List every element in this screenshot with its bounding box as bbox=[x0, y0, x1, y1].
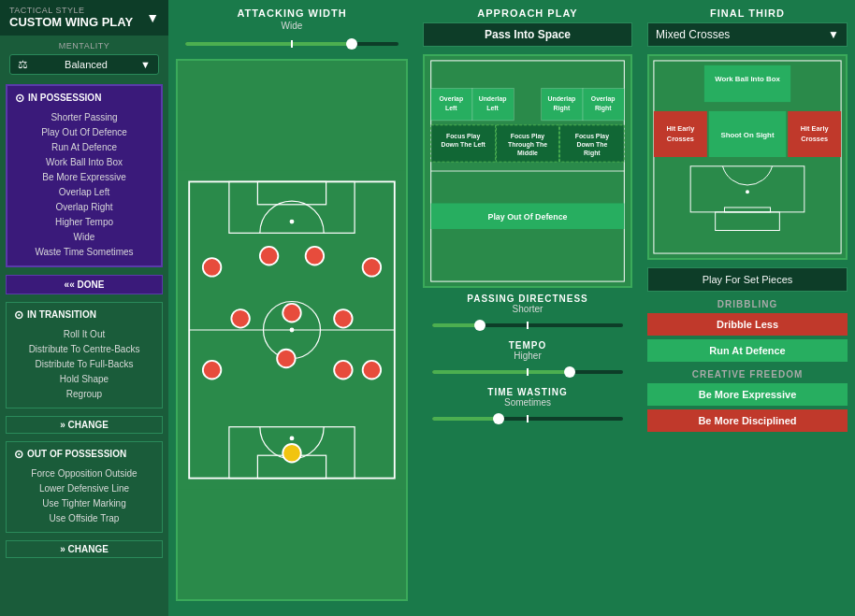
in-possession-section: ⊙ IN POSSESSION Shorter Passing Play Out… bbox=[6, 84, 163, 267]
svg-point-10 bbox=[290, 436, 295, 440]
tempo-track[interactable] bbox=[432, 370, 623, 374]
time-wasting-value: Sometimes bbox=[423, 397, 632, 408]
possession-change-button[interactable]: » CHANGE bbox=[6, 540, 163, 558]
svg-point-22 bbox=[283, 444, 301, 463]
svg-text:Underlap: Underlap bbox=[548, 95, 576, 103]
oop-offside-trap: Use Offside Trap bbox=[14, 511, 154, 526]
mentality-label: MENTALITY bbox=[9, 41, 159, 50]
it-regroup: Regroup bbox=[14, 387, 154, 402]
passing-directness-value: Shorter bbox=[423, 304, 632, 314]
tactical-style-header: TACTICAL STYLE CUSTOM WING PLAY ▼ bbox=[0, 0, 168, 36]
tactical-style-label: TACTICAL STYLE bbox=[9, 6, 133, 15]
it-hold-shape: Hold Shape bbox=[14, 372, 154, 387]
svg-point-11 bbox=[203, 258, 222, 277]
approach-play-select[interactable]: Pass Into Space bbox=[423, 22, 632, 47]
tempo-thumb[interactable] bbox=[564, 366, 575, 378]
oop-tighter-marking: Use Tighter Marking bbox=[14, 496, 154, 511]
svg-point-21 bbox=[363, 361, 382, 380]
tempo-fill bbox=[432, 370, 570, 374]
transition-change-button[interactable]: » CHANGE bbox=[6, 416, 163, 434]
middle-section: ATTACKING WIDTH Wide bbox=[168, 0, 415, 616]
ip-shorter-passing: Shorter Passing bbox=[15, 110, 153, 125]
time-wasting-slider-container bbox=[423, 411, 632, 426]
out-of-possession-title: ⊙ OUT OF POSSESSION bbox=[14, 448, 154, 461]
creative-freedom-header: CREATIVE FREEDOM bbox=[647, 369, 848, 380]
svg-text:Left: Left bbox=[486, 105, 499, 111]
pitch-svg bbox=[178, 61, 406, 599]
svg-text:Focus Play: Focus Play bbox=[511, 133, 544, 140]
ip-be-more-expressive: Be More Expressive bbox=[15, 170, 153, 185]
attacking-width-header: ATTACKING WIDTH bbox=[176, 7, 408, 19]
svg-point-18 bbox=[203, 361, 222, 380]
passing-directness-thumb[interactable] bbox=[474, 320, 485, 331]
time-wasting-track[interactable] bbox=[432, 417, 623, 421]
time-wasting-thumb[interactable] bbox=[493, 413, 504, 424]
done-button[interactable]: «« DONE bbox=[6, 275, 163, 294]
svg-text:Underlap: Underlap bbox=[479, 95, 507, 103]
svg-text:Down The: Down The bbox=[576, 141, 607, 148]
mentality-value: Balanced bbox=[65, 59, 108, 70]
approach-diagram-svg: Overlap Left Underlap Left Underlap Righ… bbox=[425, 56, 630, 286]
out-of-possession-section: ⊙ OUT OF POSSESSION Force Opposition Out… bbox=[6, 441, 163, 533]
sidebar: TACTICAL STYLE CUSTOM WING PLAY ▼ MENTAL… bbox=[0, 0, 168, 616]
svg-point-14 bbox=[363, 258, 382, 277]
attacking-width-fill bbox=[185, 42, 352, 46]
ip-waste-time: Waste Time Sometimes bbox=[15, 245, 153, 260]
tactical-style-dropdown[interactable]: ▼ bbox=[146, 10, 159, 25]
it-full-backs: Distribute To Full-Backs bbox=[14, 357, 154, 372]
svg-text:Right: Right bbox=[554, 105, 571, 112]
approach-play-header: APPROACH PLAY bbox=[423, 7, 632, 19]
svg-text:Shoot On Sight: Shoot On Sight bbox=[720, 131, 774, 139]
tempo-slider-container bbox=[423, 365, 632, 380]
passing-directness-slider-container bbox=[423, 318, 632, 333]
play-for-set-pieces: Play For Set Pieces bbox=[647, 267, 848, 292]
out-of-possession-icon: ⊙ bbox=[14, 448, 23, 461]
tw-tick-mid bbox=[527, 415, 529, 423]
change-arrows: » bbox=[60, 420, 67, 430]
oop-lower-line: Lower Defensive Line bbox=[14, 481, 154, 496]
mentality-select[interactable]: ⚖ Balanced ▼ bbox=[9, 54, 159, 75]
pd-tick-mid bbox=[527, 322, 529, 329]
dribble-less-button[interactable]: Dribble Less bbox=[647, 313, 848, 336]
svg-point-9 bbox=[290, 220, 295, 224]
ip-wide: Wide bbox=[15, 230, 153, 245]
svg-text:Overlap: Overlap bbox=[591, 95, 616, 103]
final-third-svg: Work Ball Into Box Hit Early Crosses Sho… bbox=[649, 56, 846, 258]
dribbling-header: DRIBBLING bbox=[647, 299, 848, 309]
svg-text:Down The Left: Down The Left bbox=[441, 141, 485, 148]
svg-point-19 bbox=[277, 350, 296, 368]
svg-point-17 bbox=[334, 309, 353, 328]
right-section: FINAL THIRD Mixed Crosses ▼ Work Ball In… bbox=[640, 0, 855, 616]
center-section: APPROACH PLAY Pass Into Space Overlap Le… bbox=[415, 0, 640, 616]
ip-higher-tempo: Higher Tempo bbox=[15, 215, 153, 230]
approach-diagram: Overlap Left Underlap Left Underlap Righ… bbox=[423, 54, 632, 288]
be-more-expressive-button[interactable]: Be More Expressive bbox=[647, 383, 848, 406]
tempo-tick-mid bbox=[527, 368, 529, 376]
passing-directness-fill bbox=[432, 323, 480, 327]
attacking-width-slider-container bbox=[176, 36, 408, 51]
ip-overlap-left: Overlap Left bbox=[15, 185, 153, 200]
svg-point-66 bbox=[746, 190, 749, 193]
ip-run-at-defence: Run At Defence bbox=[15, 140, 153, 155]
attacking-width-track[interactable] bbox=[185, 42, 399, 46]
in-possession-title: ⊙ IN POSSESSION bbox=[15, 92, 153, 105]
in-possession-icon: ⊙ bbox=[15, 92, 24, 105]
final-third-select[interactable]: Mixed Crosses ▼ bbox=[647, 22, 848, 47]
attacking-width-thumb[interactable] bbox=[346, 38, 357, 50]
svg-text:Hit Early: Hit Early bbox=[801, 124, 830, 133]
mentality-arrow: ▼ bbox=[140, 59, 151, 70]
mentality-icon: ⚖ bbox=[18, 58, 28, 71]
it-roll-out: Roll It Out bbox=[14, 327, 154, 342]
svg-text:Focus Play: Focus Play bbox=[575, 133, 609, 140]
be-more-disciplined-button[interactable]: Be More Disciplined bbox=[647, 409, 848, 432]
svg-text:Right: Right bbox=[595, 105, 612, 112]
run-at-defence-button[interactable]: Run At Defence bbox=[647, 339, 848, 362]
passing-directness-track[interactable] bbox=[432, 323, 623, 327]
svg-point-13 bbox=[306, 247, 325, 265]
svg-text:Work Ball Into Box: Work Ball Into Box bbox=[715, 75, 780, 83]
tempo-value: Higher bbox=[423, 351, 632, 361]
svg-point-20 bbox=[334, 361, 353, 380]
final-third-arrow: ▼ bbox=[828, 28, 839, 41]
svg-text:Hit Early: Hit Early bbox=[666, 124, 695, 133]
svg-text:Crosses: Crosses bbox=[667, 135, 694, 143]
